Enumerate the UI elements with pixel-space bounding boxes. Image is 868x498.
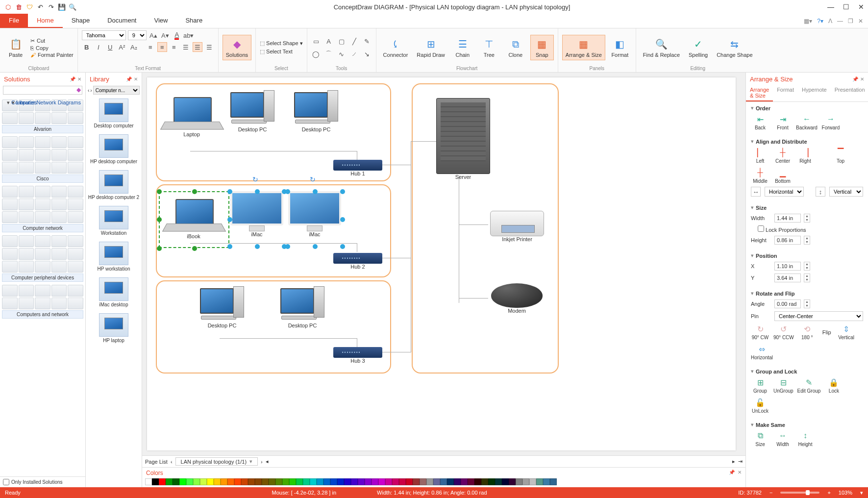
shape-thumb[interactable] — [68, 261, 83, 273]
library-item[interactable]: HP desktop computer 2 — [86, 167, 142, 203]
angle-input[interactable]: 0.00 rad — [774, 299, 801, 308]
grow-font-icon[interactable]: A▴ — [149, 30, 158, 40]
shape-thumb[interactable] — [35, 298, 50, 309]
node-modem[interactable]: Modem — [491, 283, 543, 314]
color-swatch[interactable] — [262, 478, 269, 485]
color-swatch[interactable] — [145, 478, 152, 485]
shape-thumb[interactable] — [19, 136, 34, 148]
library-item[interactable]: HP workstation — [86, 239, 142, 274]
color-swatch[interactable] — [152, 478, 159, 485]
shape-thumb[interactable] — [19, 285, 34, 297]
tool-rounded-icon[interactable]: ▢ — [337, 36, 347, 46]
select-shape-button[interactable]: ⬚ Select Shape ▾ — [260, 40, 303, 47]
subtab-hypernote[interactable]: Hypernote — [798, 85, 831, 101]
selection-handle[interactable] — [340, 244, 345, 249]
find-replace-button[interactable]: 🔍Find & Replace — [640, 35, 683, 60]
color-swatch[interactable] — [413, 478, 420, 485]
color-swatch[interactable] — [516, 478, 522, 485]
color-swatch[interactable] — [200, 478, 207, 485]
shape-thumb[interactable] — [19, 235, 34, 247]
lock-proportions-checkbox[interactable] — [758, 225, 764, 232]
lock-button[interactable]: 🔒Lock — [824, 377, 843, 394]
clone-button[interactable]: ⧉Clone — [504, 35, 527, 60]
shape-group-label[interactable]: Computer peripheral devices — [2, 274, 83, 282]
rotate-handle-icon[interactable]: ↻ — [252, 175, 258, 183]
flip-h-button[interactable]: ⇔Horizontal — [751, 344, 773, 360]
shape-thumb[interactable] — [2, 235, 18, 247]
shape-thumb[interactable] — [2, 261, 18, 273]
node-ibook[interactable]: iBook — [167, 199, 221, 239]
color-swatch[interactable] — [248, 478, 255, 485]
close-panel-icon[interactable]: ✕ — [77, 76, 81, 82]
node-server[interactable]: Server — [436, 98, 490, 180]
format-panel-button[interactable]: ◧Format — [608, 35, 632, 60]
tool-pencil-icon[interactable]: ✎ — [362, 36, 372, 46]
color-swatch[interactable] — [282, 478, 289, 485]
color-swatch[interactable] — [509, 478, 516, 485]
color-swatch[interactable] — [330, 478, 337, 485]
shape-thumb[interactable] — [68, 136, 83, 148]
shape-thumb[interactable] — [51, 162, 67, 174]
color-swatch[interactable] — [488, 478, 495, 485]
shape-thumb[interactable] — [2, 285, 18, 297]
shape-thumb[interactable] — [68, 235, 83, 247]
color-swatch[interactable] — [159, 478, 166, 485]
node-desktop-pc[interactable]: Desktop PC — [280, 288, 324, 328]
shape-thumb[interactable] — [68, 162, 83, 174]
unlock-button[interactable]: 🔓UnLock — [751, 398, 769, 414]
library-item[interactable]: HP desktop computer — [86, 131, 142, 167]
shape-thumb[interactable] — [51, 235, 67, 247]
color-swatch[interactable] — [426, 478, 433, 485]
same-height-button[interactable]: ↕Height — [796, 431, 815, 447]
shape-thumb[interactable] — [2, 199, 18, 210]
order-back-button[interactable]: ⇤Back — [751, 114, 769, 130]
color-swatch[interactable] — [214, 478, 221, 485]
scroll-end-icon[interactable]: ⇥ — [738, 458, 743, 465]
color-swatch[interactable] — [289, 478, 296, 485]
minimize-button[interactable]: — — [827, 3, 834, 11]
color-swatch[interactable] — [186, 478, 193, 485]
y-spinner[interactable]: ▲▼ — [804, 274, 810, 282]
color-swatch[interactable] — [474, 478, 481, 485]
save-icon[interactable]: 💾 — [58, 3, 66, 11]
node-hub[interactable]: Hub 3 — [333, 347, 382, 364]
redo-icon[interactable]: ↷ — [47, 3, 55, 11]
tab-share[interactable]: Share — [176, 14, 211, 28]
valign-bottom-button[interactable]: ☰ — [204, 42, 214, 52]
pin-icon[interactable]: 📌 — [729, 470, 735, 476]
width-spinner[interactable]: ▲▼ — [804, 214, 810, 223]
color-swatch[interactable] — [468, 478, 474, 485]
shape-thumb[interactable] — [51, 261, 67, 273]
tool-polyline-icon[interactable]: ⟋ — [349, 49, 359, 59]
color-swatch[interactable] — [255, 478, 262, 485]
selection-handle[interactable] — [227, 244, 232, 249]
color-swatch[interactable] — [372, 478, 378, 485]
shape-thumb[interactable] — [35, 248, 50, 260]
color-swatch[interactable] — [447, 478, 454, 485]
subscript-button[interactable]: A₂ — [129, 42, 139, 52]
snap-button[interactable]: ▦Snap — [530, 35, 554, 60]
preview-icon[interactable]: 🔍 — [69, 3, 76, 11]
close-button[interactable]: ✕ — [858, 3, 864, 11]
underline-button[interactable]: U — [105, 42, 115, 52]
order-forward-button[interactable]: →Forward — [821, 114, 840, 130]
shrink-font-icon[interactable]: A▾ — [160, 30, 170, 40]
selection-handle[interactable] — [227, 217, 232, 222]
align-right-button[interactable]: ≡ — [169, 42, 179, 52]
highlight-icon[interactable]: ab▾ — [184, 30, 194, 40]
shape-thumb[interactable] — [2, 211, 18, 223]
shape-thumb[interactable] — [2, 136, 18, 148]
color-swatch[interactable] — [193, 478, 200, 485]
page-next-icon[interactable]: › — [261, 459, 263, 465]
scroll-right-icon[interactable]: ▸ — [732, 458, 735, 465]
cut-button[interactable]: ✂Cut — [30, 38, 74, 44]
close-panel-icon[interactable]: ✕ — [738, 470, 742, 476]
tool-line-icon[interactable]: ╱ — [349, 36, 359, 46]
selection-handle[interactable] — [313, 189, 318, 194]
selection-handle[interactable] — [227, 189, 232, 194]
shape-group-label[interactable]: Computers and network — [2, 310, 83, 319]
lib-next-icon[interactable]: › — [90, 88, 92, 93]
canvas[interactable]: Laptop Desktop PC Desktop PC Hub 1 iBook… — [147, 77, 736, 450]
shape-thumb[interactable] — [68, 149, 83, 161]
edit-group-button[interactable]: ✎Edit Group — [797, 377, 821, 394]
